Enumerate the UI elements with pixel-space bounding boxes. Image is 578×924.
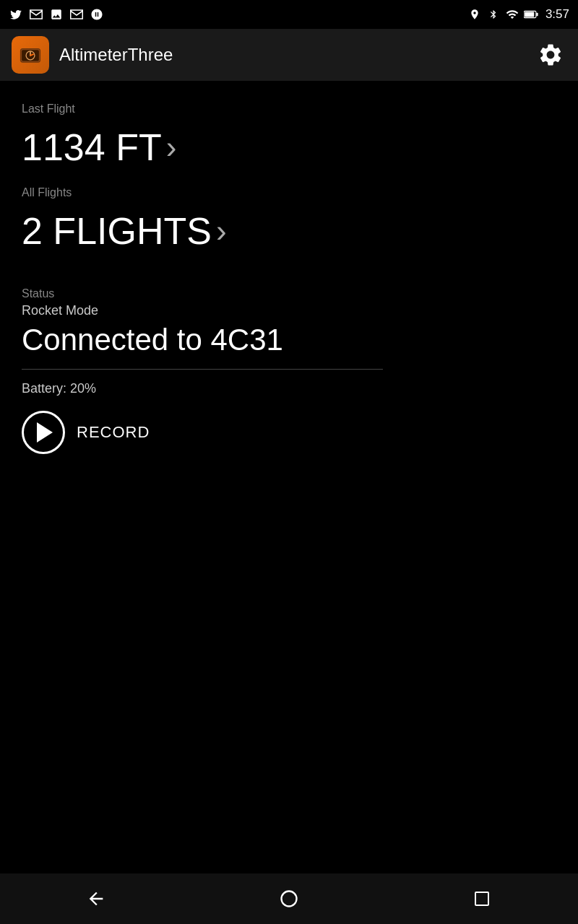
last-flight-value[interactable]: 1134 FT ›: [22, 118, 556, 179]
home-button[interactable]: [271, 881, 307, 917]
settings-icon: [538, 42, 564, 68]
app-logo: [12, 36, 49, 74]
gmail-icon: [29, 7, 43, 22]
svg-point-8: [281, 892, 296, 907]
twitter-icon: [9, 7, 23, 22]
recents-button[interactable]: [464, 881, 500, 917]
divider: [22, 369, 383, 370]
status-bar-right: 3:57: [467, 7, 569, 22]
home-icon: [279, 889, 299, 909]
record-button[interactable]: RECORD: [22, 411, 150, 454]
all-flights-value[interactable]: 2 FLIGHTS ›: [22, 202, 556, 263]
location-icon: [467, 7, 482, 22]
nav-bar: [0, 873, 578, 924]
app-title: AltimeterThree: [59, 45, 173, 65]
back-icon: [86, 889, 106, 909]
last-flight-chevron: ›: [166, 129, 177, 165]
status-mode: Rocket Mode: [22, 303, 556, 318]
connected-text: Connected to 4C31: [22, 323, 556, 357]
record-label: RECORD: [77, 423, 150, 442]
last-flight-section: Last Flight 1134 FT ›: [22, 103, 556, 179]
wifi-icon: [505, 7, 519, 22]
recents-icon: [473, 890, 491, 907]
svg-rect-2: [525, 12, 534, 17]
status-label: Status: [22, 287, 556, 300]
bluetooth-icon: [486, 7, 501, 22]
notification-icon: [90, 7, 104, 22]
record-play-icon: [22, 411, 65, 454]
status-section: Status Rocket Mode Connected to 4C31 Bat…: [22, 287, 556, 454]
gmail2-icon: [69, 7, 84, 22]
app-bar: AltimeterThree: [0, 29, 578, 81]
svg-rect-9: [475, 892, 488, 905]
status-bar-left-icons: [9, 7, 104, 22]
settings-button[interactable]: [535, 39, 566, 71]
all-flights-section: All Flights 2 FLIGHTS ›: [22, 186, 556, 263]
play-triangle-icon: [37, 422, 53, 443]
battery-icon: [524, 7, 538, 22]
all-flights-chevron: ›: [216, 213, 227, 249]
main-content: Last Flight 1134 FT › All Flights 2 FLIG…: [0, 81, 578, 468]
clock-time: 3:57: [545, 7, 569, 22]
photo-icon: [49, 7, 64, 22]
all-flights-label: All Flights: [22, 186, 556, 199]
status-bar: 3:57: [0, 0, 578, 29]
battery-level: Battery: 20%: [22, 381, 556, 396]
svg-rect-1: [536, 13, 538, 17]
spacer: [22, 263, 556, 280]
back-button[interactable]: [78, 881, 114, 917]
last-flight-text: 1134 FT: [22, 126, 162, 169]
app-bar-left: AltimeterThree: [12, 36, 173, 74]
last-flight-label: Last Flight: [22, 103, 556, 116]
all-flights-text: 2 FLIGHTS: [22, 209, 212, 253]
